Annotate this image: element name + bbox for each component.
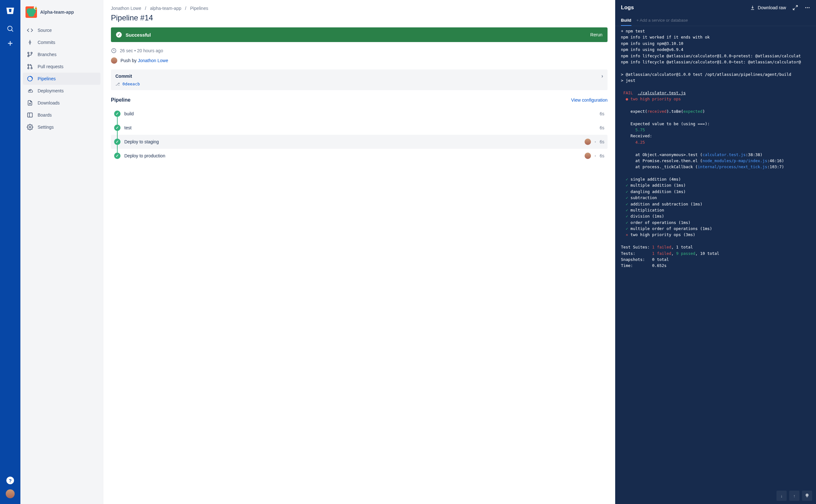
pusher-link[interactable]: Jonathon Lowe	[138, 58, 168, 63]
log-line	[621, 238, 816, 244]
repo-sidebar: 🔒 Alpha-team-app SourceCommitsBranchesPu…	[20, 0, 103, 504]
log-line	[621, 65, 816, 71]
log-line	[621, 102, 816, 108]
user-avatar[interactable]	[6, 489, 15, 498]
log-line: ● two high priority ops	[621, 96, 816, 102]
svg-point-9	[31, 52, 32, 54]
lightbulb-icon[interactable]	[802, 491, 812, 501]
step-name: build	[124, 111, 596, 116]
svg-point-7	[28, 52, 29, 54]
sidebar-item-label: Settings	[38, 125, 54, 130]
tab-build[interactable]: Build	[621, 15, 632, 26]
log-line: npm info using npm@3.10.10	[621, 40, 816, 47]
sidebar-item-branches[interactable]: Branches	[23, 48, 100, 61]
sidebar-item-commits[interactable]: Commits	[23, 36, 100, 48]
commit-icon	[27, 39, 33, 46]
sidebar-item-label: Deployments	[38, 88, 64, 93]
log-line: ✓ order of operations (1ms)	[621, 220, 816, 226]
commit-icon: ⎇	[115, 82, 120, 86]
svg-point-21	[807, 7, 808, 8]
download-raw-button[interactable]: Download raw	[750, 5, 786, 10]
pipeline-step[interactable]: ✓Deploy to production•6s	[111, 149, 608, 163]
log-line	[621, 145, 816, 151]
sidebar-item-label: Branches	[38, 52, 56, 57]
log-line: ✓ subtraction	[621, 195, 816, 201]
log-line: ✕ two high priority ops (3ms)	[621, 232, 816, 238]
sidebar-item-deployments[interactable]: Deployments	[23, 85, 100, 97]
rerun-button[interactable]: Rerun	[590, 32, 603, 37]
log-line: > jest	[621, 77, 816, 83]
log-line	[621, 170, 816, 176]
sidebar-item-downloads[interactable]: Downloads	[23, 97, 100, 109]
log-line: 5.75	[621, 127, 816, 133]
step-name: test	[124, 125, 596, 130]
view-configuration-link[interactable]: View configuration	[571, 97, 608, 103]
status-label: Successful	[126, 32, 151, 38]
log-line: FAIL ./calculator.test.js	[621, 90, 816, 96]
sidebar-item-label: Pull requests	[38, 64, 63, 69]
log-line: ✓ single addition (4ms)	[621, 176, 816, 182]
log-line: Expected value to be (using ===):	[621, 121, 816, 127]
sidebar-item-settings[interactable]: Settings	[23, 121, 100, 133]
log-line: ✓ multiplication	[621, 207, 816, 213]
svg-point-0	[8, 26, 12, 31]
step-connector	[117, 117, 118, 153]
svg-line-19	[793, 8, 795, 10]
search-icon[interactable]	[6, 25, 14, 32]
expand-icon[interactable]	[792, 5, 798, 11]
pipeline-step[interactable]: ✓build6s	[111, 107, 608, 121]
log-line: ✓ dangling addition (1ms)	[621, 189, 816, 195]
log-line: Test Suites: 1 failed, 1 total	[621, 244, 816, 250]
breadcrumb-repo[interactable]: alpha-team-app	[150, 6, 181, 11]
log-line: at process._tickCallback (internal/proce…	[621, 164, 816, 170]
breadcrumb: Jonathon Lowe / alpha-team-app / Pipelin…	[111, 6, 608, 11]
tab-add-service[interactable]: + Add a service or database	[637, 15, 688, 26]
pipeline-step[interactable]: ✓Deploy to staging•6s	[111, 135, 608, 149]
log-line: npm info using node@v6.9.4	[621, 47, 816, 53]
log-line: at Promise.resolve.then.el (node_modules…	[621, 158, 816, 164]
sidebar-item-label: Boards	[38, 112, 52, 118]
log-line: expect(received).toBe(expected)	[621, 108, 816, 114]
triggerer-avatar	[585, 153, 591, 159]
repo-header[interactable]: 🔒 Alpha-team-app	[23, 5, 100, 24]
breadcrumb-section[interactable]: Pipelines	[190, 6, 208, 11]
log-line: ✓ division (1ms)	[621, 213, 816, 219]
pipeline-step[interactable]: ✓test6s	[111, 121, 608, 135]
global-nav-rail: ?	[0, 0, 20, 504]
log-line	[621, 114, 816, 120]
settings-icon	[27, 124, 33, 130]
scroll-down-button[interactable]: ↓	[776, 491, 787, 501]
log-line: at Object.<anonymous>.test (calculator.t…	[621, 152, 816, 158]
log-line: npm info it worked if it ends with ok	[621, 34, 816, 40]
help-icon[interactable]: ?	[6, 477, 14, 484]
repo-name: Alpha-team-app	[40, 10, 74, 15]
sidebar-item-pull-requests[interactable]: Pull requests	[23, 61, 100, 73]
download-icon	[27, 100, 33, 106]
log-line: Tests: 1 failed, 9 passed, 10 total	[621, 250, 816, 256]
plus-icon[interactable]	[6, 40, 14, 47]
svg-point-8	[28, 55, 29, 57]
breadcrumb-owner[interactable]: Jonathon Lowe	[111, 6, 141, 11]
more-icon[interactable]	[805, 5, 810, 11]
sidebar-item-source[interactable]: Source	[23, 24, 100, 36]
step-name: Deploy to staging	[124, 139, 581, 144]
log-line: Received:	[621, 133, 816, 139]
svg-point-12	[31, 68, 32, 69]
sidebar-item-pipelines[interactable]: Pipelines	[23, 73, 100, 85]
pr-icon	[27, 63, 33, 70]
sidebar-item-label: Commits	[38, 40, 55, 45]
board-icon	[27, 112, 33, 118]
commit-toggle[interactable]: Commit ›	[115, 73, 603, 79]
scroll-up-button[interactable]: ↑	[789, 491, 799, 501]
pipeline-icon	[27, 76, 33, 82]
pipeline-section-heading: Pipeline	[111, 97, 130, 103]
pipeline-meta: 26 sec • 20 hours ago	[111, 48, 608, 54]
sidebar-item-boards[interactable]: Boards	[23, 109, 100, 121]
step-duration: 6s	[600, 153, 604, 158]
logs-panel: Logs Download raw Build + Add a service …	[615, 0, 816, 504]
logs-body[interactable]: + npm testnpm info it worked if it ends …	[615, 26, 816, 504]
log-line: ✓ multiple order of operations (1ms)	[621, 226, 816, 232]
step-duration: 6s	[600, 139, 604, 144]
commit-hash-link[interactable]: 0deeacb	[122, 82, 140, 86]
bitbucket-logo[interactable]	[5, 6, 15, 16]
